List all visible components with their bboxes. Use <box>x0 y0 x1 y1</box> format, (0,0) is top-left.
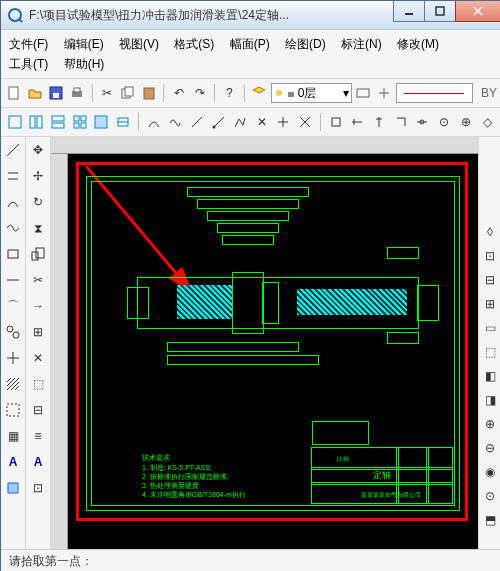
rcol-9-icon[interactable]: ⊕ <box>480 414 500 434</box>
view4-icon[interactable] <box>70 112 90 132</box>
layer-selector[interactable]: 0层 ▾ <box>271 83 352 103</box>
print-icon[interactable] <box>68 83 87 103</box>
svg-rect-25 <box>81 123 86 128</box>
view2-icon[interactable] <box>27 112 47 132</box>
rcol-1-icon[interactable]: ◊ <box>480 222 500 242</box>
menu-view[interactable]: 视图(V) <box>119 37 159 51</box>
menu-file[interactable]: 文件(F) <box>9 37 48 51</box>
drawing-canvas[interactable]: 技术要求 1. 制造: KS-5.PT-ASS; 2. 按标准执行国家规范标准;… <box>68 154 478 549</box>
rcol-12-icon[interactable]: ⊙ <box>480 486 500 506</box>
move-tool-icon[interactable]: ✥ <box>27 139 49 161</box>
open-icon[interactable] <box>26 83 45 103</box>
rcol-4-icon[interactable]: ⊞ <box>480 294 500 314</box>
sym4-icon[interactable] <box>391 112 411 132</box>
pan-tool-icon[interactable]: ✢ <box>27 165 49 187</box>
maximize-button[interactable] <box>424 1 456 22</box>
menu-canvas[interactable]: 幅面(P) <box>230 37 270 51</box>
text-tool-icon[interactable]: A <box>2 451 24 473</box>
sym5-icon[interactable] <box>413 112 433 132</box>
rect-tool-icon[interactable] <box>2 243 24 265</box>
rcol-11-icon[interactable]: ◉ <box>480 462 500 482</box>
menu-draw[interactable]: 绘图(D) <box>285 37 326 51</box>
view6-icon[interactable] <box>113 112 133 132</box>
svg-rect-13 <box>144 88 154 99</box>
menu-help[interactable]: 帮助(H) <box>64 57 105 71</box>
arc-tool-icon[interactable] <box>2 217 24 239</box>
ruler-horizontal <box>51 137 478 154</box>
rcol-6-icon[interactable]: ⬚ <box>480 342 500 362</box>
dim-tool-icon[interactable] <box>2 347 24 369</box>
line1-icon[interactable] <box>187 112 207 132</box>
break-tool-icon[interactable]: ⊟ <box>27 399 49 421</box>
line2-icon[interactable] <box>209 112 229 132</box>
sym6-icon[interactable]: ⊙ <box>434 112 454 132</box>
menu-tools[interactable]: 工具(T) <box>9 57 48 71</box>
view1-icon[interactable] <box>5 112 25 132</box>
ellipse-tool-icon[interactable] <box>2 269 24 291</box>
rcol-5-icon[interactable]: ▭ <box>480 318 500 338</box>
line-tool-icon[interactable] <box>2 139 24 161</box>
new-icon[interactable] <box>5 83 24 103</box>
pline-tool-icon[interactable] <box>2 165 24 187</box>
scale-tool-icon[interactable] <box>27 243 49 265</box>
attr-tool-icon[interactable]: ⊡ <box>27 477 49 499</box>
menu-annotate[interactable]: 标注(N) <box>341 37 382 51</box>
redo-icon[interactable]: ↷ <box>190 83 209 103</box>
pick-tool-icon[interactable]: ⬚ <box>27 373 49 395</box>
save-icon[interactable] <box>47 83 66 103</box>
rcol-7-icon[interactable]: ◧ <box>480 366 500 386</box>
spline-tool-icon[interactable]: ⌒ <box>2 295 24 317</box>
sym8-icon[interactable]: ◇ <box>477 112 497 132</box>
menu-format[interactable]: 格式(S) <box>174 37 214 51</box>
undo-icon[interactable]: ↶ <box>169 83 188 103</box>
layers-icon[interactable] <box>250 83 269 103</box>
sym7-icon[interactable]: ⊕ <box>456 112 476 132</box>
view5-icon[interactable] <box>92 112 112 132</box>
minimize-button[interactable] <box>393 1 425 22</box>
rcol-2-icon[interactable]: ⊡ <box>480 246 500 266</box>
notes-line: 4. 未注明圆角按GB/T1804-m执行 <box>142 490 246 499</box>
cut-icon[interactable]: ✂ <box>98 83 117 103</box>
extend-tool-icon[interactable]: → <box>27 295 49 317</box>
rcol-8-icon[interactable]: ◨ <box>480 390 500 410</box>
rcol-3-icon[interactable]: ⊟ <box>480 270 500 290</box>
view3-icon[interactable] <box>48 112 68 132</box>
layer-props-icon[interactable] <box>354 83 373 103</box>
linetype-selector[interactable] <box>396 83 473 103</box>
rcol-10-icon[interactable]: ⊖ <box>480 438 500 458</box>
arc2-icon[interactable] <box>165 112 185 132</box>
poly3-icon[interactable] <box>274 112 294 132</box>
arc1-icon[interactable] <box>144 112 164 132</box>
layer-tool-icon[interactable] <box>375 83 394 103</box>
svg-rect-24 <box>74 123 79 128</box>
svg-rect-22 <box>74 116 79 121</box>
circle-tool-icon[interactable] <box>2 191 24 213</box>
sym2-icon[interactable] <box>348 112 368 132</box>
poly4-icon[interactable] <box>295 112 315 132</box>
array-tool-icon[interactable]: ⊞ <box>27 321 49 343</box>
hatch-tool-icon[interactable] <box>2 373 24 395</box>
svg-rect-20 <box>52 116 64 121</box>
block-tool-icon[interactable] <box>2 477 24 499</box>
poly-tool-icon[interactable] <box>2 321 24 343</box>
poly1-icon[interactable] <box>230 112 250 132</box>
sym1-icon[interactable] <box>326 112 346 132</box>
mirror-tool-icon[interactable]: ⧗ <box>27 217 49 239</box>
align-tool-icon[interactable]: ≡ <box>27 425 49 447</box>
paste-icon[interactable] <box>139 83 158 103</box>
sketch-tool-icon[interactable]: ▦ <box>2 425 24 447</box>
menu-edit[interactable]: 编辑(E) <box>64 37 104 51</box>
trim-tool-icon[interactable]: ✂ <box>27 269 49 291</box>
svg-rect-8 <box>53 93 59 98</box>
rcol-13-icon[interactable]: ⬒ <box>480 510 500 530</box>
menu-modify[interactable]: 修改(M) <box>397 37 439 51</box>
sym3-icon[interactable] <box>369 112 389 132</box>
close-button[interactable] <box>455 1 500 22</box>
erase-tool-icon[interactable]: ✕ <box>27 347 49 369</box>
poly2-icon[interactable]: ✕ <box>252 112 272 132</box>
measure-tool-icon[interactable]: A <box>27 451 49 473</box>
crop-tool-icon[interactable] <box>2 399 24 421</box>
help-icon[interactable]: ? <box>220 83 239 103</box>
copy-icon[interactable] <box>118 83 137 103</box>
rotate-tool-icon[interactable]: ↻ <box>27 191 49 213</box>
